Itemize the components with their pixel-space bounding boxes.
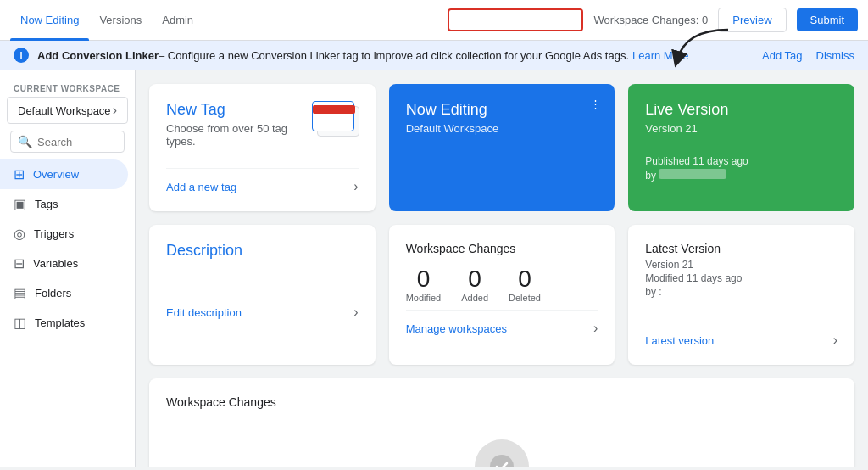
workspace-search-input[interactable] [448,8,583,31]
sidebar-item-overview[interactable]: ⊞ Overview [0,159,128,189]
info-learn-more-link[interactable]: Learn More [632,49,688,62]
sidebar-item-label-variables: Variables [33,257,78,270]
triggers-icon: ◎ [14,226,25,242]
published-by: by [645,167,837,182]
top-cards-row: New Tag Choose from over 50 tag types. A… [149,84,854,211]
dismiss-button[interactable]: Dismiss [816,49,855,62]
sidebar-item-triggers[interactable]: ◎ Triggers [0,219,128,249]
info-message-detail: – Configure a new Conversion Linker tag … [159,49,629,62]
added-label: Added [461,293,488,303]
main-layout: CURRENT WORKSPACE Default Workspace › 🔍 … [0,70,868,467]
manage-workspaces-link[interactable]: Manage workspaces › [406,310,598,336]
version-modified: Modified 11 days ago [645,272,837,284]
edit-description-link[interactable]: Edit description › [166,294,359,320]
more-options-icon[interactable]: ⋮ [590,98,601,110]
nav-tabs: Now Editing Versions Admin [10,0,203,41]
sidebar-item-label-overview: Overview [33,168,79,181]
sidebar-item-templates[interactable]: ◫ Templates [0,308,128,338]
published-info: Published 11 days ago by [645,155,837,182]
live-version-subtitle: Version 21 [645,122,837,135]
workspace-changes-count: Workspace Changes: 0 [593,14,708,26]
add-tag-button[interactable]: Add Tag [762,49,802,62]
deleted-number: 0 [509,266,541,293]
new-tag-card: New Tag Choose from over 50 tag types. A… [149,84,376,211]
tags-icon: ▣ [14,196,26,212]
author-blurred [659,169,726,179]
live-version-title: Live Version [645,101,837,119]
info-message-bold: Add Conversion Linker [37,49,159,62]
svg-point-0 [490,455,514,467]
description-title: Description [166,242,359,260]
sidebar-section-label: CURRENT WORKSPACE [0,77,135,97]
now-editing-title: Now Editing [406,101,598,119]
sidebar-item-folders[interactable]: ▤ Folders [0,278,128,308]
sidebar-item-label-triggers: Triggers [34,227,74,240]
sidebar-item-label-tags: Tags [35,198,58,210]
added-count: 0 Added [461,266,488,303]
top-nav: Now Editing Versions Admin Workspace Cha… [0,0,868,41]
chevron-right-icon: › [113,103,117,118]
workspace-changes-title: Workspace Changes [406,242,598,255]
tag-card-front [312,101,354,131]
added-number: 0 [461,266,488,293]
info-icon: i [14,48,29,63]
search-input[interactable] [37,136,117,148]
templates-icon: ◫ [14,315,26,331]
sidebar-item-variables[interactable]: ⊟ Variables [0,249,128,278]
workspace-name: Default Workspace [18,104,111,117]
new-tag-card-text: New Tag Choose from over 50 tag types. [166,101,305,161]
now-editing-card: ⋮ Now Editing Default Workspace [389,84,615,211]
latest-version-title: Latest Version [645,242,837,255]
modified-label: Modified [406,293,442,303]
empty-state: This workspace has no changes. Learn Mor… [166,422,837,467]
new-tag-title: New Tag [166,101,305,119]
empty-state-icon [475,439,529,467]
search-icon: 🔍 [18,135,32,148]
chevron-right-icon: › [593,321,598,336]
sidebar-item-label-folders: Folders [35,287,71,299]
modified-count: 0 Modified [406,266,442,303]
new-tag-card-header: New Tag Choose from over 50 tag types. [166,101,359,161]
tag-card-red-bar [313,105,355,114]
tab-versions[interactable]: Versions [89,0,152,41]
sidebar-item-label-templates: Templates [35,316,85,329]
workspace-changes-full-title: Workspace Changes [166,395,837,409]
changes-numbers: 0 Modified 0 Added 0 Deleted [406,266,598,303]
tag-icon-illustration [312,101,358,143]
deleted-count: 0 Deleted [509,266,541,303]
workspace-selector[interactable]: Default Workspace › [7,97,128,124]
tab-now-editing[interactable]: Now Editing [10,0,89,41]
overview-icon: ⊞ [14,166,25,182]
bottom-cards-row: Description Edit description › Workspace… [149,225,854,365]
latest-version-card: Latest Version Version 21 Modified 11 da… [628,225,854,365]
folders-icon: ▤ [14,285,26,301]
manage-workspaces-label: Manage workspaces [406,322,507,335]
content-area: New Tag Choose from over 50 tag types. A… [136,70,868,467]
nav-right: Workspace Changes: 0 Preview Submit [448,8,858,32]
deleted-label: Deleted [509,293,541,303]
add-tag-label: Add a new tag [166,181,236,193]
latest-version-label: Latest version [645,334,714,347]
search-wrap: 🔍 [10,131,125,153]
chevron-right-icon: › [353,179,358,194]
info-bar-actions: Add Tag Dismiss [762,49,854,62]
sidebar: CURRENT WORKSPACE Default Workspace › 🔍 … [0,70,136,467]
version-by: by : [645,286,837,298]
published-text: Published 11 days ago [645,155,837,167]
chevron-right-icon: › [833,333,837,348]
version-number: Version 21 [645,259,837,271]
chevron-right-icon: › [353,305,358,320]
submit-button[interactable]: Submit [797,8,858,31]
add-new-tag-link[interactable]: Add a new tag › [166,168,359,194]
workspace-changes-full-card: Workspace Changes This workspace has no … [149,378,854,467]
tab-admin[interactable]: Admin [152,0,203,41]
workspace-changes-card: Workspace Changes 0 Modified 0 Added 0 D… [389,225,615,365]
edit-description-label: Edit description [166,306,242,319]
modified-number: 0 [406,266,442,293]
description-card: Description Edit description › [149,225,376,365]
preview-button[interactable]: Preview [718,8,786,32]
live-version-card: Live Version Version 21 Published 11 day… [628,84,854,211]
latest-version-link[interactable]: Latest version › [645,322,837,348]
variables-icon: ⊟ [14,255,25,271]
sidebar-item-tags[interactable]: ▣ Tags [0,189,128,219]
